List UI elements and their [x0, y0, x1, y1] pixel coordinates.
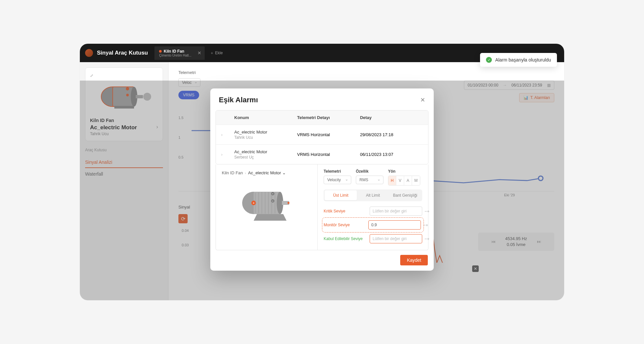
plus-icon[interactable]: +: [427, 236, 430, 241]
kritik-input[interactable]: [370, 209, 425, 213]
success-toast: ✓ Alarm başarıyla oluşturuldu: [480, 53, 557, 67]
motor-icon: + + +: [237, 180, 296, 226]
crumb-leaf-select[interactable]: Ac_electric Motor ⌄: [248, 170, 286, 175]
modal-table: Konum Telemetri Detayı Detay › Ac_electr…: [216, 110, 428, 164]
tab-title: Kiln ID Fan: [164, 49, 184, 54]
svg-text:+: +: [272, 200, 273, 203]
telemetry-label: Telemetri: [178, 70, 554, 75]
telemetri-select[interactable]: Velocity: [324, 176, 351, 184]
row-telemetry: VRMS Horizontal: [297, 152, 360, 157]
threshold-alarm-modal: Eşik Alarmı ✕ Konum Telemetri Detayı Det…: [210, 88, 434, 271]
motor-image: + + +: [237, 180, 296, 226]
dir-a-button[interactable]: A: [404, 176, 412, 185]
row-date: 06/11/2023 13:07: [360, 152, 423, 157]
th-telemetri: Telemetri Detayı: [297, 115, 360, 120]
svg-rect-11: [254, 192, 280, 214]
tab-subtitle: Çimento Üretim Hatl...: [159, 54, 191, 57]
chevron-down-icon: ⌄: [282, 170, 286, 175]
app-title: Sinyal Araç Kutusu: [97, 50, 148, 56]
chevron-right-icon: ›: [245, 171, 246, 175]
minus-icon[interactable]: −: [425, 209, 427, 214]
kabul-label: Kabul Edilebilir Seviye: [324, 236, 363, 241]
svg-text:+: +: [272, 192, 273, 195]
close-icon[interactable]: ✕: [197, 50, 201, 56]
config-area: Telemetri Velocity Özellik RMS Yön H V: [318, 164, 428, 250]
th-konum: Konum: [234, 115, 297, 120]
row-sub: Serbest Uç: [234, 155, 297, 160]
tab-kiln-fan[interactable]: Kiln ID Fan Çimento Üretim Hatl... ✕: [154, 46, 204, 60]
svg-marker-21: [254, 214, 287, 221]
close-icon[interactable]: ✕: [420, 96, 425, 104]
th-detay: Detay: [360, 115, 423, 120]
toast-text: Alarm başarıyla oluşturuldu: [495, 57, 551, 62]
dir-h-button[interactable]: H: [388, 176, 396, 185]
limit-tabs: Üst Limit Alt Limit Bant Genişliği: [324, 189, 422, 201]
plus-icon[interactable]: +: [426, 223, 428, 228]
monitor-input[interactable]: [369, 223, 423, 227]
monitor-label: Monitör Seviye: [324, 223, 350, 227]
ozellik-select[interactable]: RMS: [356, 176, 383, 184]
tab-bant[interactable]: Bant Genişliği: [389, 190, 421, 200]
direction-group: H V A M: [388, 176, 420, 185]
kritik-stepper[interactable]: − +: [370, 207, 422, 216]
telemetri-label: Telemetri: [324, 169, 351, 174]
table-row[interactable]: › Ac_electric Motor Tahrik Ucu VRMS Hori…: [216, 125, 428, 144]
svg-point-14: [288, 202, 289, 204]
add-tab-label: Ekle: [215, 51, 223, 55]
kabul-input[interactable]: [370, 236, 425, 241]
modal-title: Eşik Alarmı: [219, 96, 258, 104]
crumb-root[interactable]: Kiln ID Fan: [222, 170, 243, 175]
app-logo: [85, 49, 93, 57]
add-tab-button[interactable]: ＋ Ekle: [210, 50, 223, 56]
plus-icon: ＋: [210, 50, 214, 56]
row-sub: Tahrik Ucu: [234, 135, 297, 140]
tab-alt-limit[interactable]: Alt Limit: [357, 190, 389, 200]
row-date: 29/08/2023 17:18: [360, 132, 423, 137]
status-dot-icon: [159, 50, 162, 53]
row-telemetry: VRMS Horizontal: [297, 132, 360, 137]
crumb-leaf: Ac_electric Motor: [248, 170, 281, 175]
monitor-stepper[interactable]: − +: [368, 220, 421, 230]
dir-m-button[interactable]: M: [412, 176, 420, 185]
row-name: Ac_electric Motor: [234, 130, 297, 135]
chevron-right-icon[interactable]: ›: [221, 132, 234, 137]
kritik-label: Kritik Seviye: [324, 209, 345, 213]
tab-ust-limit[interactable]: Üst Limit: [325, 190, 357, 200]
yon-label: Yön: [388, 169, 420, 174]
breadcrumb-area: Kiln ID Fan › Ac_electric Motor ⌄: [216, 164, 318, 250]
check-circle-icon: ✓: [486, 57, 492, 63]
kabul-stepper[interactable]: − +: [370, 234, 422, 243]
chevron-right-icon[interactable]: ›: [221, 152, 234, 157]
plus-icon[interactable]: +: [427, 209, 430, 214]
svg-text:+: +: [253, 201, 255, 205]
row-name: Ac_electric Motor: [234, 149, 297, 154]
expand-icon[interactable]: ⤢: [90, 73, 93, 78]
save-button[interactable]: Kaydet: [400, 255, 428, 265]
breadcrumb: Kiln ID Fan › Ac_electric Motor ⌄: [222, 170, 311, 175]
minus-icon[interactable]: −: [425, 236, 427, 241]
dir-v-button[interactable]: V: [396, 176, 404, 185]
table-row[interactable]: › Ac_electric Motor Serbest Uç VRMS Hori…: [216, 144, 428, 164]
minus-icon[interactable]: −: [423, 223, 426, 228]
ozellik-label: Özellik: [356, 169, 383, 174]
